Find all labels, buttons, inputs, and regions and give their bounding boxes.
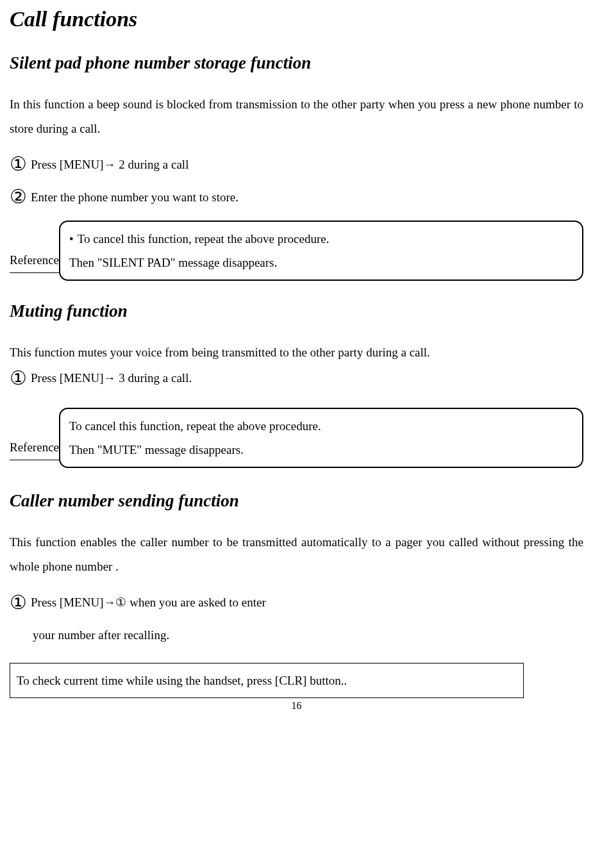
reference-box: • To cancel this function, repeat the ab… bbox=[59, 221, 583, 281]
step-marker-1: ① bbox=[10, 154, 27, 174]
section1-step1: ① Press [MENU]→ 2 during a call bbox=[10, 153, 583, 176]
ref-line1: To cancel this function, repeat the abov… bbox=[78, 227, 330, 251]
page-title: Call functions bbox=[10, 6, 583, 33]
step-marker-2: ② bbox=[10, 187, 27, 206]
section3-intro: This function enables the caller number … bbox=[10, 530, 583, 579]
step-marker-1b: ① bbox=[10, 369, 27, 388]
section2-reference: Reference To cancel this function, repea… bbox=[10, 408, 583, 468]
footer-note-box: To check current time while using the ha… bbox=[10, 663, 524, 698]
step2-text: Enter the phone number you want to store… bbox=[31, 185, 238, 209]
step1b-text: Press [MENU]→ 3 during a call. bbox=[31, 366, 192, 390]
section2-heading: Muting function bbox=[10, 300, 583, 322]
step-marker-1c: ① bbox=[10, 593, 27, 612]
reference-box-2: To cancel this function, repeat the abov… bbox=[59, 408, 583, 468]
section2-intro: This function mutes your voice from bein… bbox=[10, 340, 583, 365]
page-number: 16 bbox=[10, 696, 583, 715]
section1-heading: Silent pad phone number storage function bbox=[10, 52, 583, 74]
step1c-text: Press [MENU]→① when you are asked to ent… bbox=[31, 590, 266, 614]
section3-heading: Caller number sending function bbox=[10, 490, 583, 512]
section1-intro: In this function a beep sound is blocked… bbox=[10, 92, 583, 141]
section1-reference: Reference • To cancel this function, rep… bbox=[10, 221, 583, 281]
reference-label-2: Reference bbox=[10, 435, 59, 460]
section3-step1: ① Press [MENU]→① when you are asked to e… bbox=[10, 590, 583, 614]
footer-note-text: To check current time while using the ha… bbox=[17, 674, 347, 687]
ref2-line1: To cancel this function, repeat the abov… bbox=[69, 414, 573, 438]
section1-step2: ② Enter the phone number you want to sto… bbox=[10, 185, 583, 209]
step1-text: Press [MENU]→ 2 during a call bbox=[31, 153, 188, 176]
section2-step1: ① Press [MENU]→ 3 during a call. bbox=[10, 366, 583, 390]
step1c-continuation: your number after recalling. bbox=[10, 623, 583, 647]
bullet-icon: • bbox=[69, 227, 74, 251]
ref-line2: Then "SILENT PAD" message disappears. bbox=[69, 251, 573, 274]
reference-label: Reference bbox=[10, 248, 59, 273]
ref2-line2: Then "MUTE" message disappears. bbox=[69, 438, 573, 462]
